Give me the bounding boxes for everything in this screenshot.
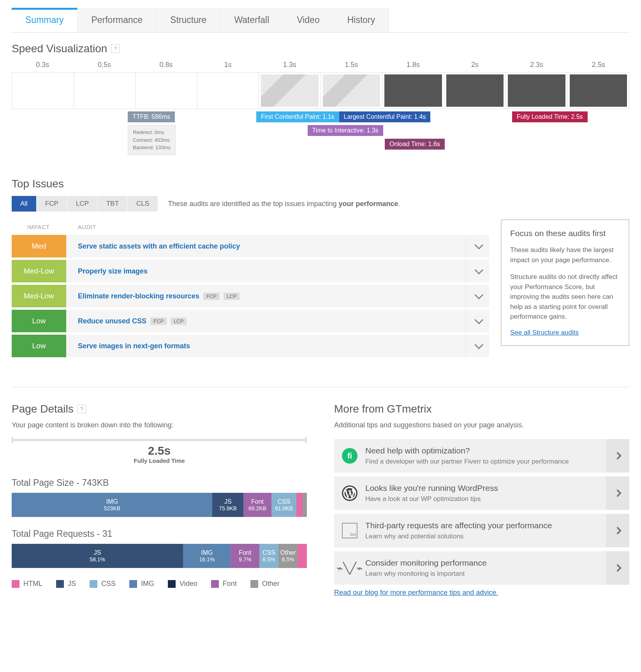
- filter-fcp[interactable]: FCP: [37, 196, 67, 212]
- timeline-frame: [321, 72, 383, 109]
- timeline-labels: 0.3s0.5s0.8s1s1.3s1.5s1.8s2s2.3s2.5s: [12, 61, 629, 69]
- help-icon[interactable]: ?: [77, 405, 86, 413]
- legend: HTMLJSCSSIMGVideoFontOther: [12, 580, 307, 588]
- suggestion-arrow: [606, 514, 629, 547]
- badge-lcp: Largest Contentful Paint: 1.4s: [339, 111, 431, 122]
- timeline-frame: [74, 72, 136, 109]
- tab-summary[interactable]: Summary: [12, 8, 77, 32]
- timeline-tick: 2.5s: [567, 61, 629, 69]
- wordpress-icon: [342, 485, 357, 501]
- suggestion-title: Third-party requests are affecting your …: [365, 521, 606, 530]
- issue-row[interactable]: MedServe static assets with an efficient…: [12, 235, 489, 258]
- blog-link[interactable]: Read our blog for more performance tips …: [334, 589, 498, 596]
- col-audit-header: AUDIT: [66, 224, 489, 230]
- legend-item-css: CSS: [90, 580, 116, 588]
- legend-item-other: Other: [250, 580, 280, 588]
- filter-all[interactable]: All: [12, 196, 36, 212]
- col-impact-header: IMPACT: [12, 224, 66, 230]
- focus-link[interactable]: See all Structure audits: [510, 329, 579, 336]
- suggestion-title: Looks like you're running WordPress: [365, 483, 606, 493]
- filter-tbt[interactable]: TBT: [98, 196, 127, 212]
- flt-label: Fully Loaded Time: [12, 457, 307, 464]
- focus-panel: Focus on these audits first These audits…: [501, 219, 629, 346]
- badge-ttfb: TTFB: 586ms: [128, 111, 175, 122]
- bar-segment-css: CSS61.0KB: [271, 493, 296, 517]
- audit-cell: Serve images in next-gen formats: [66, 335, 466, 357]
- bar-segment-font: Font9.7%: [231, 544, 259, 568]
- third-party-icon: 3rd: [342, 523, 357, 538]
- tab-video[interactable]: Video: [283, 8, 333, 32]
- audit-tag: LCP: [171, 317, 187, 325]
- issue-row[interactable]: Med-LowEliminate render-blocking resourc…: [12, 285, 489, 307]
- filter-lcp[interactable]: LCP: [67, 196, 97, 212]
- issue-row[interactable]: Med-LowProperly size images: [12, 260, 489, 282]
- impact-badge: Low: [12, 335, 66, 357]
- tab-history[interactable]: History: [334, 8, 389, 32]
- audit-cell: Serve static assets with an efficient ca…: [66, 235, 466, 258]
- tab-structure[interactable]: Structure: [157, 8, 220, 32]
- legend-swatch: [12, 580, 19, 588]
- suggestion-desc: Find a developer with our partner Fiverr…: [365, 458, 606, 466]
- tab-performance[interactable]: Performance: [77, 8, 157, 32]
- more-from-section: More from GTmetrix Additional tips and s…: [334, 403, 629, 597]
- chevron-right-icon: [614, 527, 622, 534]
- timeline-tick: 1.8s: [382, 61, 444, 69]
- expand-button[interactable]: [466, 260, 489, 282]
- suggestion-title: Need help with optimization?: [365, 446, 606, 455]
- page-details-section: Page Details ? Your page content is brok…: [12, 403, 307, 597]
- timeline-tick: 1.3s: [259, 61, 320, 69]
- tab-waterfall[interactable]: Waterfall: [220, 8, 283, 32]
- audit-cell: Properly size images: [66, 260, 466, 282]
- legend-item-video: Video: [168, 580, 197, 588]
- fiverr-icon: fi: [342, 448, 357, 464]
- suggestion-desc: Learn why monitoring is important: [365, 570, 606, 578]
- suggestion-item[interactable]: ⌁╲╱⌁Consider monitoring performanceLearn…: [334, 551, 629, 585]
- suggestion-item[interactable]: 3rdThird-party requests are affecting yo…: [334, 514, 629, 547]
- impact-badge: Low: [12, 310, 66, 332]
- ttfb-details: Redirect: 0msConnect: 453msBackend: 133m…: [128, 125, 176, 155]
- bar-segment-other: Other6.5%: [278, 544, 298, 568]
- timeline-frames: [12, 72, 629, 109]
- legend-swatch: [168, 580, 176, 588]
- page-requests-heading: Total Page Requests - 31: [12, 529, 307, 539]
- badge-tti: Time to Interactive: 1.3s: [308, 125, 383, 136]
- badge-onload: Onload Time: 1.6s: [385, 139, 445, 150]
- timeline-tick: 0.8s: [135, 61, 197, 69]
- expand-button[interactable]: [466, 310, 489, 332]
- suggestion-item[interactable]: Looks like you're running WordPressHave …: [334, 476, 629, 510]
- issue-row[interactable]: LowReduce unused CSSFCPLCP: [12, 310, 489, 332]
- audit-name: Serve images in next-gen formats: [78, 342, 190, 350]
- issues-filter-desc: These audits are identified as the top i…: [168, 200, 400, 208]
- suggestion-icon: ⌁╲╱⌁: [334, 551, 365, 585]
- bar-segment-other: [298, 544, 306, 568]
- legend-swatch: [129, 580, 137, 588]
- bar-segment-font: Font69.2KB: [243, 493, 271, 517]
- filter-cls[interactable]: CLS: [128, 196, 158, 212]
- expand-button[interactable]: [466, 285, 489, 307]
- expand-button[interactable]: [466, 335, 489, 357]
- chevron-right-icon: [614, 452, 622, 460]
- speed-visualization-section: Speed Visualization ? 0.3s0.5s0.8s1s1.3s…: [12, 42, 629, 158]
- pulse-icon: ⌁╲╱⌁: [336, 562, 363, 575]
- suggestion-icon: fi: [334, 439, 365, 473]
- audit-cell: Eliminate render-blocking resourcesFCPLC…: [66, 285, 466, 307]
- issues-table: IMPACT AUDIT MedServe static assets with…: [12, 219, 489, 360]
- help-icon[interactable]: ?: [111, 44, 120, 53]
- suggestion-item[interactable]: fiNeed help with optimization?Find a dev…: [334, 439, 629, 473]
- legend-item-font: Font: [211, 580, 237, 588]
- legend-item-js: JS: [56, 580, 76, 588]
- issues-filter-row: AllFCPLCPTBTCLS These audits are identif…: [12, 196, 629, 212]
- more-from-heading: More from GTmetrix: [334, 403, 629, 415]
- timeline-tick: 2.3s: [506, 61, 568, 69]
- page-details-heading: Page Details ?: [12, 403, 307, 415]
- timeline-frame: [259, 72, 321, 109]
- page-requests-bar: JS58.1%IMG16.1%Font9.7%CSS6.5%Other6.5%: [12, 544, 307, 568]
- page-size-bar: IMG523KBJS75.9KBFont69.2KBCSS61.0KB: [12, 493, 307, 517]
- top-issues-section: Top Issues AllFCPLCPTBTCLS These audits …: [12, 178, 629, 360]
- chevron-down-icon: [474, 316, 483, 325]
- audit-name: Serve static assets with an efficient ca…: [78, 242, 240, 250]
- issue-row[interactable]: LowServe images in next-gen formats: [12, 335, 489, 357]
- bar-segment-img: IMG16.1%: [183, 544, 231, 568]
- expand-button[interactable]: [466, 235, 489, 258]
- legend-swatch: [90, 580, 97, 588]
